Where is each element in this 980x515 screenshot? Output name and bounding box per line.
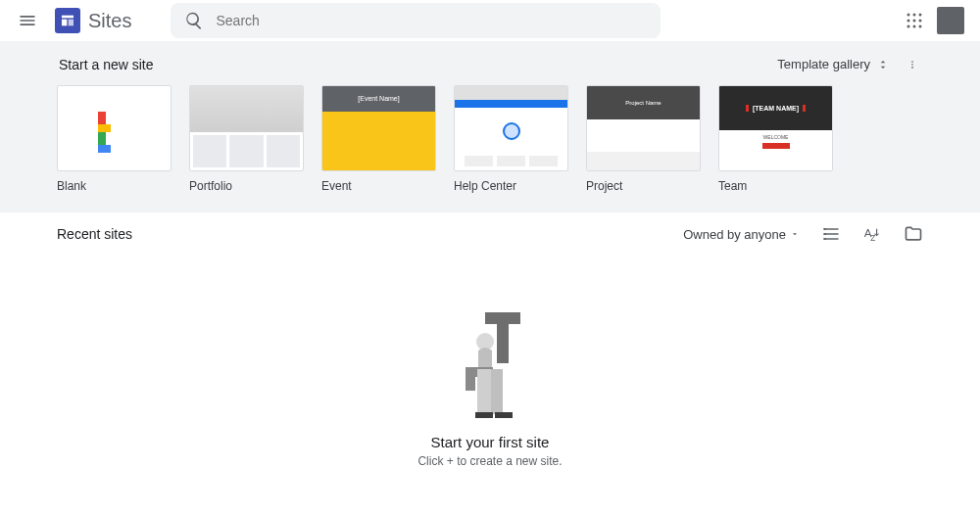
caret-down-icon — [790, 229, 800, 239]
search-input[interactable] — [171, 3, 661, 38]
sites-logo-icon — [60, 13, 75, 28]
list-view-button[interactable] — [821, 224, 841, 244]
template-label: Blank — [57, 179, 172, 193]
svg-rect-20 — [485, 312, 520, 324]
unfold-icon — [876, 58, 890, 71]
svg-point-7 — [913, 20, 916, 23]
template-label: Event — [321, 179, 436, 193]
svg-rect-0 — [62, 16, 74, 19]
main-menu-button[interactable] — [16, 9, 39, 32]
template-gallery-button[interactable]: Template gallery — [771, 53, 896, 75]
svg-rect-24 — [466, 367, 475, 391]
svg-rect-28 — [495, 412, 513, 418]
svg-point-9 — [907, 25, 910, 28]
template-label: Project — [586, 179, 701, 193]
template-label: Team — [718, 179, 833, 193]
template-portfolio[interactable]: Portfolio — [189, 85, 304, 193]
svg-rect-21 — [497, 324, 509, 363]
svg-point-14 — [911, 67, 913, 69]
recent-toolbar: Recent sites Owned by anyone AZ — [57, 224, 923, 244]
template-event[interactable]: [Event Name] Event — [321, 85, 436, 193]
svg-rect-27 — [475, 412, 493, 418]
template-project[interactable]: Project Name Project — [586, 85, 701, 193]
svg-point-3 — [907, 14, 910, 17]
hamburger-icon — [18, 11, 37, 30]
template-help-center[interactable]: Help Center — [454, 85, 568, 193]
template-label: Portfolio — [189, 179, 304, 193]
app-header: Sites — [0, 0, 980, 41]
svg-rect-17 — [824, 238, 827, 240]
open-file-picker-button[interactable] — [904, 224, 923, 244]
search-icon — [184, 11, 204, 30]
svg-rect-16 — [824, 233, 827, 235]
empty-subtitle: Click + to create a new site. — [417, 454, 562, 468]
svg-point-8 — [919, 20, 922, 23]
svg-rect-26 — [491, 369, 503, 414]
svg-rect-25 — [477, 369, 491, 414]
empty-title: Start your first site — [431, 434, 550, 450]
header-right — [906, 7, 964, 34]
account-avatar[interactable] — [937, 7, 964, 34]
svg-point-5 — [919, 14, 922, 17]
recent-title: Recent sites — [57, 226, 132, 242]
sort-button[interactable]: AZ — [862, 224, 882, 244]
empty-state: Start your first site Click + to create … — [0, 312, 980, 468]
svg-point-4 — [913, 14, 916, 17]
svg-rect-1 — [62, 20, 67, 26]
svg-point-10 — [913, 25, 916, 28]
template-gallery-label: Template gallery — [777, 57, 870, 71]
app-logo[interactable] — [55, 8, 80, 33]
plus-icon — [98, 112, 131, 145]
owned-by-label: Owned by anyone — [683, 227, 786, 242]
owned-by-dropdown[interactable]: Owned by anyone — [683, 227, 800, 242]
search-wrap — [171, 3, 661, 38]
template-gallery: Start a new site Template gallery Blank — [0, 41, 980, 212]
template-label: Help Center — [454, 179, 568, 193]
svg-rect-2 — [69, 20, 74, 26]
template-team[interactable]: [TEAM NAME]WELCOME Team — [718, 85, 833, 193]
app-title: Sites — [88, 10, 131, 32]
svg-point-11 — [919, 25, 922, 28]
gallery-title: Start a new site — [59, 57, 154, 72]
apps-launcher-button[interactable] — [906, 12, 923, 29]
svg-point-6 — [907, 20, 910, 23]
svg-point-13 — [911, 64, 913, 66]
empty-illustration — [446, 312, 534, 420]
more-options-button[interactable] — [904, 56, 921, 73]
svg-rect-15 — [824, 228, 827, 230]
template-blank[interactable]: Blank — [57, 85, 172, 193]
svg-point-12 — [911, 61, 913, 63]
template-grid: Blank Portfolio [Event Name] Event Help … — [57, 85, 923, 193]
